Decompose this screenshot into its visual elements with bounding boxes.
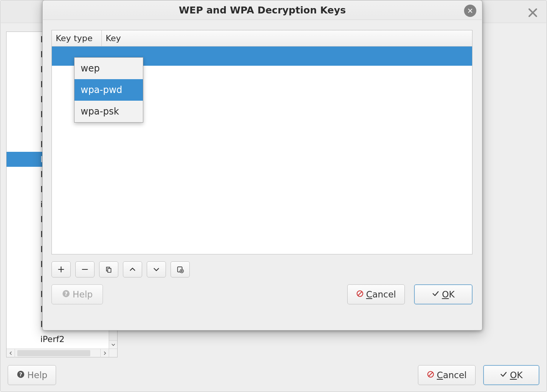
dropdown-option-wpa-pwd[interactable]: wpa-pwd xyxy=(75,79,143,101)
check-icon xyxy=(432,289,439,299)
list-item[interactable]: iPerf2 xyxy=(7,332,109,347)
key-type-dropdown[interactable]: wepwpa-pwdwpa-psk xyxy=(74,57,143,123)
cancel-icon xyxy=(356,289,364,299)
chevron-down-icon[interactable] xyxy=(109,340,117,349)
copy-button[interactable] xyxy=(99,261,118,277)
svg-line-11 xyxy=(358,292,362,296)
keys-table: Key type Key wepwpa-pwdwpa-psk xyxy=(51,30,472,254)
chevron-left-icon[interactable] xyxy=(7,349,15,357)
ok-button[interactable]: OK xyxy=(483,365,539,385)
column-key[interactable]: Key xyxy=(102,30,472,46)
move-down-button[interactable] xyxy=(147,261,166,277)
column-key-type[interactable]: Key type xyxy=(52,30,102,46)
svg-line-3 xyxy=(429,372,433,376)
help-button: ? Help xyxy=(51,284,103,304)
check-icon xyxy=(500,370,507,380)
scroll-thumb[interactable] xyxy=(17,350,90,356)
table-header: Key type Key xyxy=(52,30,472,47)
ok-label: OK xyxy=(510,370,522,380)
ok-button[interactable]: OK xyxy=(414,284,472,304)
decryption-keys-dialog: WEP and WPA Decryption Keys Key type Key… xyxy=(42,0,482,331)
help-icon: ? xyxy=(62,289,70,300)
dropdown-option-wpa-psk[interactable]: wpa-psk xyxy=(75,101,143,122)
cancel-label: Cancel xyxy=(366,289,396,299)
help-icon: ? xyxy=(17,370,25,380)
close-button[interactable] xyxy=(464,5,476,17)
move-up-button[interactable] xyxy=(123,261,142,277)
chevron-right-icon[interactable] xyxy=(100,349,109,357)
dialog-title: WEP and WPA Decryption Keys xyxy=(179,5,346,16)
close-icon[interactable] xyxy=(527,7,539,18)
clear-button[interactable] xyxy=(171,261,190,277)
cancel-button[interactable]: Cancel xyxy=(347,284,405,304)
remove-button[interactable] xyxy=(75,261,94,277)
horizontal-scrollbar[interactable] xyxy=(7,349,109,357)
ok-label: OK xyxy=(442,289,454,299)
cancel-label: Cancel xyxy=(437,370,467,380)
dialog-body: Key type Key wepwpa-pwdwpa-psk xyxy=(43,20,482,330)
help-label: Help xyxy=(27,370,47,380)
add-button[interactable] xyxy=(51,261,71,277)
svg-text:?: ? xyxy=(65,290,68,296)
table-toolbar xyxy=(51,261,190,277)
cancel-button[interactable]: Cancel xyxy=(418,365,476,385)
scroll-corner xyxy=(109,349,117,357)
help-label: Help xyxy=(73,289,93,299)
svg-text:?: ? xyxy=(19,371,22,377)
dropdown-option-wep[interactable]: wep xyxy=(75,58,143,79)
help-button[interactable]: ? Help xyxy=(8,365,56,385)
svg-rect-5 xyxy=(108,269,111,272)
cancel-icon xyxy=(427,370,434,380)
dialog-titlebar: WEP and WPA Decryption Keys xyxy=(43,1,482,20)
